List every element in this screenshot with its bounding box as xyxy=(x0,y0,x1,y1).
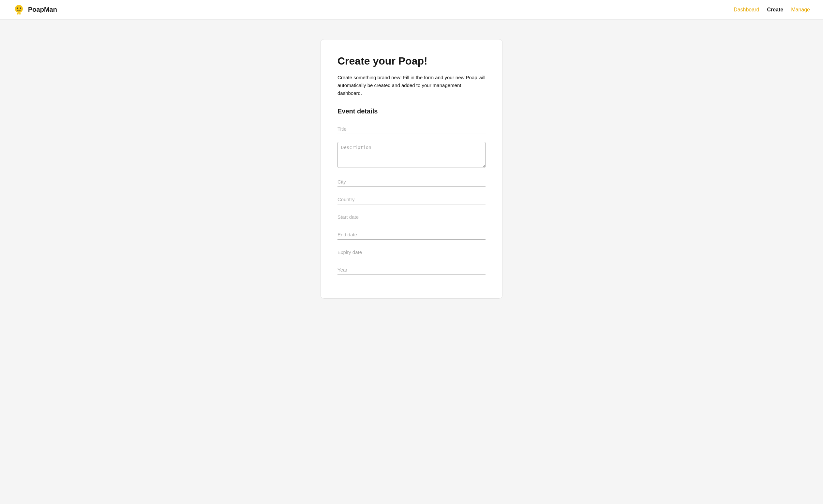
start-date-input[interactable] xyxy=(337,212,486,222)
country-input[interactable] xyxy=(337,195,486,204)
year-group xyxy=(337,265,486,275)
nav-manage[interactable]: Manage xyxy=(791,7,810,13)
description-group xyxy=(337,142,486,169)
country-group xyxy=(337,195,486,204)
svg-point-2 xyxy=(20,7,21,9)
city-group xyxy=(337,177,486,187)
end-date-input[interactable] xyxy=(337,230,486,239)
expiry-date-group xyxy=(337,247,486,257)
svg-point-0 xyxy=(15,5,23,13)
create-poap-card: Create your Poap! Create something brand… xyxy=(320,39,503,299)
page-description: Create something brand new! Fill in the … xyxy=(337,74,486,97)
page-title: Create your Poap! xyxy=(337,55,486,67)
section-title: Event details xyxy=(337,108,486,115)
svg-point-1 xyxy=(17,7,18,9)
title-group xyxy=(337,124,486,134)
city-input[interactable] xyxy=(337,177,486,187)
logo-icon xyxy=(13,4,25,16)
year-input[interactable] xyxy=(337,265,486,275)
end-date-group xyxy=(337,230,486,239)
description-input[interactable] xyxy=(337,142,486,168)
header: PoapMan Dashboard Create Manage xyxy=(0,0,823,20)
start-date-group xyxy=(337,212,486,222)
logo-text: PoapMan xyxy=(28,6,57,13)
main-content: Create your Poap! Create something brand… xyxy=(0,20,823,318)
logo-area: PoapMan xyxy=(13,4,57,16)
create-poap-form xyxy=(337,124,486,275)
nav-dashboard[interactable]: Dashboard xyxy=(734,7,759,13)
expiry-date-input[interactable] xyxy=(337,247,486,257)
nav-create[interactable]: Create xyxy=(767,7,783,13)
main-nav: Dashboard Create Manage xyxy=(734,7,810,13)
title-input[interactable] xyxy=(337,124,486,134)
